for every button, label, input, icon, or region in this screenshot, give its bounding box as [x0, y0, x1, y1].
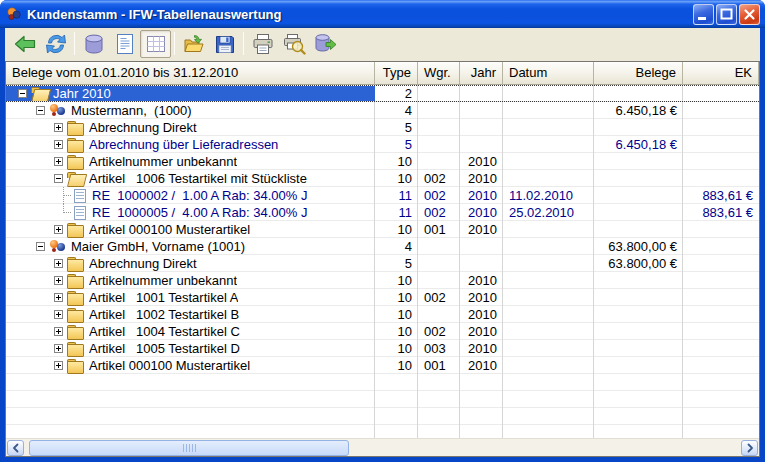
toolbar-separator — [74, 32, 75, 55]
horizontal-scrollbar[interactable] — [6, 438, 759, 456]
save-button[interactable] — [209, 30, 240, 58]
table-row[interactable]: Artikel 1004 Testartikel C100022010 — [6, 323, 759, 340]
table-row[interactable]: Abrechnung Direkt563.800,00 € — [6, 255, 759, 272]
column-header-ek[interactable]: EK — [683, 62, 759, 85]
tree-cell: Artikel 1001 Testartikel A — [6, 289, 375, 306]
expand-plus-box[interactable] — [54, 276, 63, 285]
row-label: RE 1000002 / 1.00 A Rab: 34.00% J — [92, 188, 307, 203]
cell-wgr: 001 — [418, 357, 460, 374]
column-header-jahr[interactable]: Jahr — [460, 62, 503, 85]
title-bar[interactable]: Kundenstamm - IFW-Tabellenauswertung — [0, 0, 765, 28]
expand-plus-box[interactable] — [54, 225, 63, 234]
table-row[interactable]: Mustermann, (1000)46.450,18 € — [6, 102, 759, 119]
cell-ek — [683, 221, 759, 238]
cell-jahr — [460, 255, 503, 272]
expand-plus-box[interactable] — [54, 361, 63, 370]
expand-plus-box[interactable] — [54, 123, 63, 132]
cell-type: 10 — [375, 306, 418, 323]
cell-datum — [503, 221, 594, 238]
cell-wgr — [418, 238, 460, 255]
cell-wgr: 002 — [418, 204, 460, 221]
cell-wgr — [418, 272, 460, 289]
table-row[interactable]: Artikel 000100 Musterartikel100012010 — [6, 357, 759, 374]
table-row[interactable]: Artikel 1006 Testartikel mit Stückliste1… — [6, 170, 759, 187]
table-row[interactable]: RE 1000002 / 1.00 A Rab: 34.00% J1100220… — [6, 187, 759, 204]
table-row[interactable]: Artikelnummer unbekannt102010 — [6, 153, 759, 170]
folder-icon — [67, 138, 84, 151]
open-folder-button[interactable] — [178, 30, 209, 58]
column-header-tree[interactable]: Belege vom 01.01.2010 bis 31.12.2010 — [6, 62, 375, 85]
cell-ek — [683, 340, 759, 357]
expand-plus-box[interactable] — [54, 310, 63, 319]
expand-plus-box[interactable] — [54, 259, 63, 268]
scrollbar-track[interactable] — [25, 440, 740, 456]
cell-ek — [683, 289, 759, 306]
table-row[interactable]: Artikel 000100 Musterartikel100012010 — [6, 221, 759, 238]
table-row[interactable]: Artikel 1005 Testartikel D100032010 — [6, 340, 759, 357]
print-preview-button[interactable] — [278, 30, 309, 58]
back-arrow-button[interactable] — [9, 30, 40, 58]
cell-ek — [683, 255, 759, 272]
collapse-minus-box[interactable] — [54, 174, 63, 183]
refresh-button[interactable] — [40, 30, 71, 58]
table-row[interactable]: RE 1000005 / 4.00 A Rab: 34.00% J1100220… — [6, 204, 759, 221]
toolbar-separator — [174, 32, 175, 55]
cell-datum — [503, 102, 594, 119]
cell-belege — [594, 204, 683, 221]
table-row[interactable]: Artikel 1001 Testartikel A100022010 — [6, 289, 759, 306]
cell-ek — [683, 357, 759, 374]
cell-type: 5 — [375, 255, 418, 272]
column-header-type[interactable]: Type — [375, 62, 418, 85]
report-list-button[interactable] — [109, 30, 140, 58]
row-label: Abrechnung über Lieferadressen — [89, 137, 278, 152]
table-row[interactable]: Artikelnummer unbekannt102010 — [6, 272, 759, 289]
table-row[interactable]: Artikel 1002 Testartikel B102010 — [6, 306, 759, 323]
maximize-button[interactable] — [716, 4, 737, 25]
cell-jahr: 2010 — [460, 340, 503, 357]
minimize-button[interactable] — [693, 4, 714, 25]
cell-belege: 63.800,00 € — [594, 238, 683, 255]
cell-wgr — [418, 119, 460, 136]
database-export-icon — [313, 32, 337, 56]
expand-plus-box[interactable] — [54, 293, 63, 302]
expand-plus-box[interactable] — [54, 344, 63, 353]
cell-ek: 883,61 € — [683, 204, 759, 221]
collapse-minus-box[interactable] — [36, 242, 45, 251]
expand-plus-box[interactable] — [54, 157, 63, 166]
scroll-right-button[interactable] — [741, 440, 758, 456]
expand-plus-box[interactable] — [54, 140, 63, 149]
cell-datum — [503, 86, 594, 101]
close-button[interactable] — [739, 4, 760, 25]
collapse-minus-box[interactable] — [18, 89, 27, 98]
table-grid-button[interactable] — [140, 30, 171, 58]
collapse-minus-box[interactable] — [36, 106, 45, 115]
cell-wgr: 001 — [418, 221, 460, 238]
table-row[interactable]: Abrechnung Direkt5 — [6, 119, 759, 136]
table-row[interactable]: Jahr 20102 — [6, 85, 759, 102]
cell-wgr: 002 — [418, 187, 460, 204]
tree-cell: Artikel 1006 Testartikel mit Stückliste — [6, 170, 375, 187]
tree-cell: Abrechnung Direkt — [6, 119, 375, 136]
cell-jahr: 2010 — [460, 187, 503, 204]
maximize-icon — [717, 5, 736, 24]
tree-cell: Artikel 1004 Testartikel C — [6, 323, 375, 340]
column-header-belege[interactable]: Belege — [594, 62, 683, 85]
column-header-wgr[interactable]: Wgr. — [418, 62, 460, 85]
tree-connector — [56, 204, 72, 221]
cell-ek — [683, 119, 759, 136]
cell-wgr — [418, 102, 460, 119]
database-button[interactable] — [78, 30, 109, 58]
table-row[interactable]: Maier GmbH, Vorname (1001)463.800,00 € — [6, 238, 759, 255]
cell-jahr — [460, 238, 503, 255]
table-row[interactable]: Abrechnung über Lieferadressen56.450,18 … — [6, 136, 759, 153]
cell-datum — [503, 136, 594, 153]
scroll-left-button[interactable] — [7, 440, 24, 456]
cell-jahr — [460, 136, 503, 153]
scrollbar-thumb[interactable] — [29, 440, 349, 456]
database-export-button[interactable] — [309, 30, 340, 58]
expand-plus-box[interactable] — [54, 327, 63, 336]
table-body: Jahr 20102Mustermann, (1000)46.450,18 €A… — [6, 85, 759, 438]
column-header-datum[interactable]: Datum — [503, 62, 594, 85]
cell-belege — [594, 153, 683, 170]
print-button[interactable] — [247, 30, 278, 58]
